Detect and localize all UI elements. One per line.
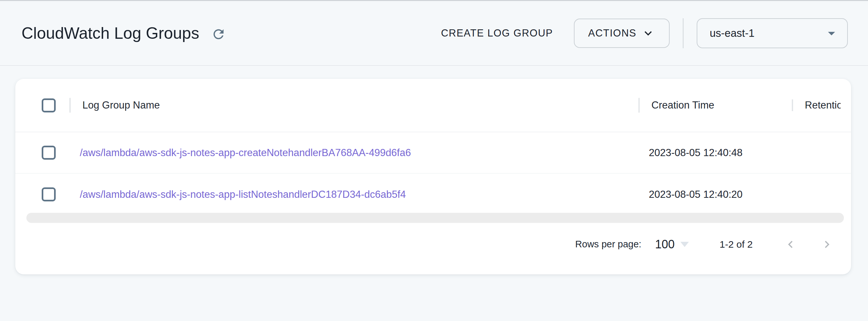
page-title: CloudWatch Log Groups — [22, 24, 199, 43]
rows-per-page-value: 100 — [655, 238, 675, 251]
creation-time-cell: 2023-08-05 12:40:20 — [639, 189, 792, 200]
column-header-log-group-name[interactable]: Log Group Name — [69, 99, 639, 111]
appbar: CloudWatch Log Groups CREATE LOG GROUP A… — [0, 0, 868, 66]
table-header-row: Log Group Name Creation Time Retention — [15, 79, 851, 132]
log-group-name-cell: /aws/lambda/aws-sdk-js-notes-app-createN… — [69, 147, 639, 159]
creation-time-value: 2023-08-05 12:40:20 — [649, 189, 743, 200]
select-all-cell — [15, 98, 69, 112]
row-select-cell — [15, 146, 69, 160]
creation-time-value: 2023-08-05 12:40:48 — [649, 147, 743, 158]
toolbar-divider — [683, 18, 684, 48]
row-checkbox[interactable] — [42, 187, 56, 201]
column-header-retention[interactable]: Retention — [792, 99, 841, 111]
row-checkbox[interactable] — [42, 146, 56, 160]
actions-button[interactable]: ACTIONS — [574, 19, 670, 48]
create-log-group-button[interactable]: CREATE LOG GROUP — [441, 27, 553, 39]
pagination-range-label: 1-2 of 2 — [719, 239, 753, 250]
pagination-bar: Rows per page: 100 1-2 of 2 — [15, 226, 851, 263]
refresh-button[interactable] — [211, 27, 226, 42]
previous-page-button[interactable] — [783, 237, 798, 252]
chevron-right-icon — [820, 237, 834, 252]
actions-button-label: ACTIONS — [588, 27, 637, 39]
creation-time-cell: 2023-08-05 12:40:48 — [639, 147, 792, 159]
region-select-value: us-east-1 — [710, 27, 755, 39]
table-row: /aws/lambda/aws-sdk-js-notes-app-createN… — [15, 132, 851, 174]
select-all-checkbox[interactable] — [42, 98, 56, 112]
log-groups-card: Log Group Name Creation Time Retention /… — [15, 79, 851, 274]
select-caret-icon — [680, 242, 689, 247]
region-select[interactable]: us-east-1 — [697, 18, 848, 48]
row-select-cell — [15, 187, 69, 201]
next-page-button[interactable] — [819, 237, 835, 252]
log-group-link[interactable]: /aws/lambda/aws-sdk-js-notes-app-createN… — [80, 147, 411, 158]
column-header-label: Creation Time — [651, 99, 714, 111]
chevron-left-icon — [783, 237, 798, 252]
refresh-icon — [211, 27, 226, 42]
horizontal-scrollbar-thumb[interactable] — [26, 213, 844, 223]
column-header-label: Log Group Name — [83, 99, 160, 111]
dropdown-arrow-icon — [823, 25, 840, 42]
rows-per-page-select[interactable]: 100 — [655, 238, 689, 251]
chevron-down-icon — [637, 26, 655, 40]
log-group-link[interactable]: /aws/lambda/aws-sdk-js-notes-app-listNot… — [80, 189, 406, 200]
column-header-label: Retention — [805, 99, 841, 111]
column-header-creation-time[interactable]: Creation Time — [639, 99, 792, 111]
rows-per-page-label: Rows per page: — [575, 239, 641, 250]
content-area: Log Group Name Creation Time Retention /… — [0, 66, 868, 274]
table-row: /aws/lambda/aws-sdk-js-notes-app-listNot… — [15, 174, 851, 215]
log-group-name-cell: /aws/lambda/aws-sdk-js-notes-app-listNot… — [69, 189, 639, 200]
